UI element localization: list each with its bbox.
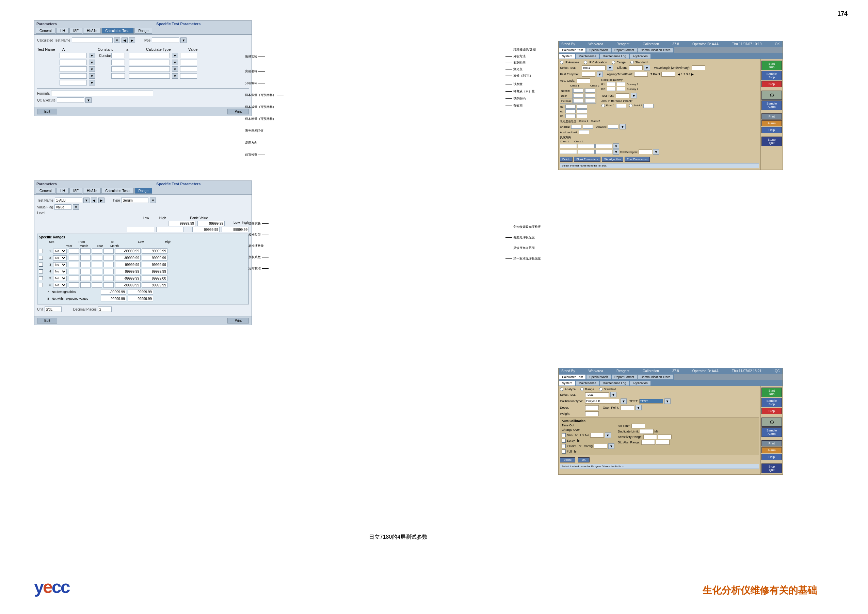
formula-input[interactable]	[51, 90, 153, 96]
acq-code-input[interactable]	[577, 78, 590, 83]
bl-vf-dropdown[interactable]: ▼	[73, 204, 79, 210]
sens-low-input[interactable]	[643, 435, 657, 439]
bl-unit-input[interactable]	[45, 306, 62, 312]
br-stop-btn[interactable]: Stop	[761, 408, 782, 414]
value-a-input[interactable]	[180, 53, 197, 58]
type-down-arrow[interactable]: ▼	[180, 37, 186, 43]
tab-hba1c[interactable]: HbA1c	[83, 28, 101, 34]
config-input[interactable]	[594, 444, 607, 449]
tab-ise[interactable]: ISE	[70, 28, 82, 34]
bl-tn-dropdown[interactable]: ▼	[84, 197, 90, 203]
sens-high-input[interactable]	[658, 435, 671, 439]
p2-val[interactable]	[643, 104, 654, 108]
edit-button-tl[interactable]: Edit	[37, 109, 57, 114]
br-op-dropdown[interactable]: ▼	[636, 405, 642, 410]
prozone-low[interactable]	[560, 150, 577, 154]
tab-calculated-test[interactable]: Calculated Test	[559, 47, 586, 53]
p1-val[interactable]	[616, 104, 626, 108]
sn-c1-input[interactable]	[573, 89, 583, 93]
select-test-dropdown[interactable]: ▼	[607, 65, 613, 70]
fast-enzyme-input[interactable]	[582, 72, 595, 77]
tab-special-wash[interactable]: Special Wash	[586, 47, 611, 53]
range-cb-5[interactable]	[39, 276, 43, 280]
check1-c2[interactable]	[583, 124, 593, 129]
calc-type-d-input[interactable]	[129, 73, 170, 79]
test-name-c-input[interactable]	[60, 67, 87, 72]
br-weight-input[interactable]	[585, 411, 599, 416]
rd2-val2[interactable]	[617, 87, 625, 91]
range-sex-1[interactable]: No	[53, 249, 67, 254]
br-standard-radio[interactable]	[599, 387, 603, 391]
ip-analyze-radio[interactable]	[560, 61, 563, 64]
select-test-input[interactable]	[582, 65, 606, 70]
calc-type-c-dropdown[interactable]: ▼	[172, 67, 178, 72]
r3-c1-input[interactable]	[566, 114, 576, 118]
calc-type-c-input[interactable]	[129, 67, 170, 72]
tab-maintenance[interactable]: Maintenance	[576, 53, 600, 59]
test-name-d-input[interactable]	[60, 73, 87, 79]
fast-enzyme-dropdown[interactable]: ▼	[597, 72, 603, 77]
std-abs-low[interactable]	[641, 440, 655, 445]
c-dropdown[interactable]: ▼	[89, 67, 95, 72]
br-tab-application[interactable]: Application	[630, 380, 651, 386]
br-st-dropdown[interactable]: ▼	[610, 392, 617, 397]
br-select-test-input[interactable]	[585, 392, 609, 397]
ageing-input[interactable]	[634, 72, 648, 77]
qc-dropdown[interactable]: ▼	[85, 97, 91, 103]
bl-panic-low2[interactable]	[192, 227, 220, 232]
lot-no-input[interactable]	[590, 433, 604, 438]
d-const-input[interactable]	[111, 73, 125, 79]
range-cb-2[interactable]	[39, 256, 43, 260]
bl-panic-low[interactable]	[127, 227, 154, 232]
range-sex-3[interactable]: No	[53, 262, 67, 267]
bl-high-input[interactable]	[197, 221, 225, 226]
r1-c2-input[interactable]	[577, 104, 587, 109]
test-name-b-input[interactable]	[60, 60, 87, 65]
rd1-val2[interactable]	[617, 82, 625, 86]
range-cb-4[interactable]	[39, 269, 43, 274]
dist-dropdown[interactable]: ▼	[620, 124, 626, 129]
qc-execute-input[interactable]	[57, 97, 84, 103]
camera-btn[interactable]: ⊙	[761, 90, 782, 100]
calc-type-b-input[interactable]	[129, 60, 170, 65]
bl-type-dropdown[interactable]: ▼	[150, 197, 156, 203]
left-arrow-btn[interactable]: ◀	[121, 37, 128, 43]
start-run-btn[interactable]: StartRun	[761, 61, 782, 70]
diluent-value[interactable]	[629, 65, 643, 70]
br-analyze-radio[interactable]	[560, 387, 563, 391]
dup-limit-input[interactable]	[640, 429, 654, 434]
r7-low[interactable]	[101, 289, 126, 295]
tab-system[interactable]: System	[559, 53, 575, 59]
br-start-run-btn[interactable]: StartRun	[761, 387, 782, 397]
value-d-input[interactable]	[180, 73, 197, 79]
sample-alarm-btn[interactable]: SampleAlarm	[761, 101, 782, 110]
lot-dropdown[interactable]: ▼	[605, 432, 611, 438]
r3-from-mo[interactable]	[80, 262, 91, 267]
config-dropdown[interactable]: ▼	[608, 443, 614, 449]
bl-low-input[interactable]	[168, 221, 195, 226]
r1-from-yr[interactable]	[69, 248, 79, 254]
prozone-dropdown[interactable]: ▼	[613, 149, 619, 155]
r6-high[interactable]	[142, 282, 167, 288]
print-param-btn[interactable]: Print Parameters	[625, 157, 650, 162]
r3-c2-input[interactable]	[577, 114, 587, 118]
r5-from-mo[interactable]	[80, 275, 91, 281]
r2-to-yr[interactable]	[92, 255, 102, 261]
si-c2-input[interactable]	[585, 99, 595, 103]
br-ct-dropdown[interactable]: ▼	[620, 398, 627, 404]
sd-c2-input[interactable]	[585, 94, 595, 98]
calc-type-a-input[interactable]	[129, 53, 170, 58]
react-high-c1[interactable]	[578, 144, 595, 148]
r5-to-mo[interactable]	[104, 275, 114, 281]
r1-to-mo[interactable]	[104, 248, 114, 254]
spray-cb[interactable]	[562, 438, 566, 443]
r6-from-mo[interactable]	[80, 282, 91, 288]
r5-to-yr[interactable]	[92, 275, 102, 281]
t-point-input[interactable]	[661, 72, 675, 77]
br-tab-calculated[interactable]: Calculated Test	[559, 374, 586, 380]
bl-test-name-input[interactable]	[55, 197, 82, 203]
bl-tab-hba1c[interactable]: HbA1c	[83, 188, 101, 194]
r3-to-mo[interactable]	[104, 262, 114, 267]
br-tab-maintenance[interactable]: Maintenance	[576, 380, 600, 386]
range-cb-1[interactable]	[39, 249, 43, 253]
